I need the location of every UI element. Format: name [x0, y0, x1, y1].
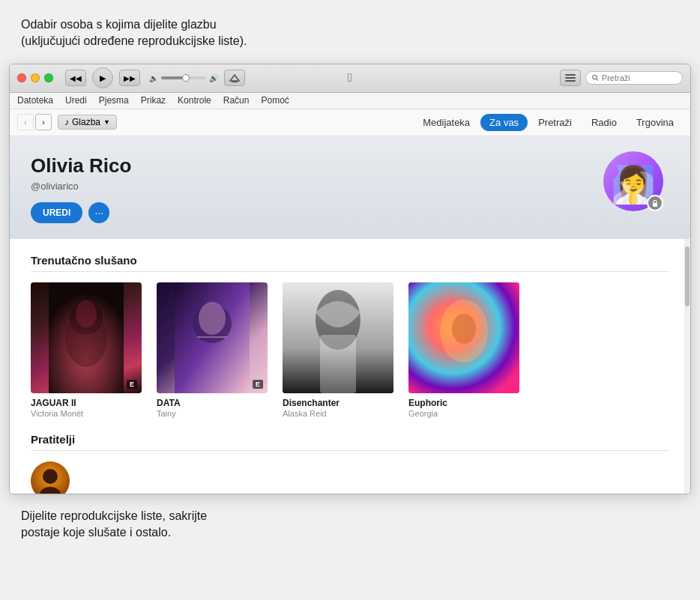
rewind-button[interactable]: ◀◀: [65, 70, 86, 86]
data-art: [175, 282, 250, 393]
nav-tabs: Medijateka Za vas Pretraži Radio Trgovin…: [414, 114, 683, 131]
album-artist-data: Tainy: [157, 409, 268, 418]
play-button[interactable]: ▶: [92, 67, 113, 88]
fast-forward-button[interactable]: ▶▶: [119, 70, 140, 86]
window-scrollbar[interactable]: [684, 239, 690, 494]
friends-section: Pratitelji: [31, 433, 669, 494]
currently-listening-title: Trenutačno slušano: [31, 254, 669, 272]
edit-button[interactable]: UREDI: [31, 202, 82, 223]
friend-avatar-art: [31, 461, 70, 494]
data-figure: [157, 282, 268, 393]
album-name-euphoric: Euphoric: [408, 398, 519, 408]
profile-handle: @oliviarico: [31, 181, 669, 192]
svg-point-14: [199, 302, 226, 335]
svg-point-9: [65, 310, 107, 367]
svg-point-10: [70, 302, 103, 335]
search-input[interactable]: [602, 73, 676, 82]
album-jaguar-ii[interactable]: E JAGUAR II Victoria Monét: [31, 282, 142, 418]
svg-rect-4: [565, 80, 576, 82]
title-bar-right: [560, 70, 683, 86]
album-euphoric[interactable]: Euphoric Georgia: [408, 282, 519, 418]
list-icon: [565, 73, 576, 82]
apple-logo: : [348, 71, 352, 85]
lock-icon: [651, 199, 659, 207]
friend-item[interactable]: [31, 461, 669, 494]
album-cover-jaguar-ii: E: [31, 282, 142, 393]
music-note-icon: ♪: [64, 117, 69, 127]
nav-arrows: ‹ ›: [17, 114, 52, 130]
friends-title: Pratitelji: [31, 433, 669, 451]
itunes-window: ◀◀ ▶ ▶▶ 🔈 🔊 : [9, 64, 691, 494]
album-name-data: DATA: [157, 398, 268, 408]
menu-datoteka[interactable]: Datoteka: [17, 95, 53, 106]
album-cover-disenchanter: [283, 282, 393, 393]
tab-radio[interactable]: Radio: [582, 114, 626, 131]
chevron-down-icon: ▼: [103, 118, 110, 126]
volume-track[interactable]: [161, 76, 206, 79]
euphoric-art: [408, 282, 519, 393]
album-data[interactable]: E DATA Tainy: [157, 282, 268, 418]
svg-rect-18: [320, 335, 356, 393]
album-cover-data: E: [157, 282, 268, 393]
svg-point-24: [43, 469, 58, 484]
friend-avatar: [31, 461, 70, 494]
svg-rect-8: [49, 282, 124, 393]
media-type-label: Glazba: [72, 117, 100, 127]
maximize-button[interactable]: [44, 73, 53, 82]
jaguar-figure: [31, 282, 142, 393]
svg-point-5: [593, 76, 597, 79]
menu-pomoc[interactable]: Pomoć: [261, 95, 289, 106]
airplay-button[interactable]: [224, 70, 245, 86]
minimize-button[interactable]: [31, 73, 40, 82]
media-type-selector[interactable]: ♪ Glazba ▼: [58, 115, 117, 130]
tab-trgovina[interactable]: Trgovina: [627, 114, 683, 131]
disenchanter-art: [283, 282, 393, 393]
tab-medijateka[interactable]: Medijateka: [414, 114, 479, 131]
svg-marker-0: [230, 75, 239, 81]
svg-rect-1: [232, 81, 238, 82]
menu-pjesma[interactable]: Pjesma: [99, 95, 129, 106]
menu-bar: Datoteka Uredi Pjesma Prikaz Kontrole Ra…: [10, 93, 690, 109]
menu-uredi[interactable]: Uredi: [65, 95, 87, 106]
list-view-button[interactable]: [560, 70, 581, 86]
close-button[interactable]: [17, 73, 26, 82]
svg-point-11: [76, 300, 97, 327]
tooltip-bottom: Dijelite reprodukcijske liste, sakrijte …: [0, 500, 435, 549]
tab-pretrazi[interactable]: Pretraži: [529, 114, 581, 131]
profile-avatar: 🧖‍♀️: [603, 151, 663, 211]
svg-rect-15: [197, 336, 227, 338]
volume-thumb[interactable]: [182, 74, 190, 82]
menu-prikaz[interactable]: Prikaz: [141, 95, 166, 106]
album-disenchanter[interactable]: Disenchanter Alaska Reid: [283, 282, 393, 418]
tab-za-vas[interactable]: Za vas: [480, 114, 528, 131]
menu-kontrole[interactable]: Kontrole: [178, 95, 211, 106]
playback-controls: ◀◀ ▶ ▶▶ 🔈 🔊: [65, 67, 245, 88]
menu-racun[interactable]: Račun: [223, 95, 250, 106]
content-area: Trenutačno slušano: [10, 239, 690, 494]
volume-max-icon: 🔊: [209, 74, 218, 82]
profile-area: Olivia Rico @oliviarico UREDI ··· 🧖‍♀️: [10, 136, 690, 239]
nav-bar: ‹ › ♪ Glazba ▼ Medijateka Za vas Pretraž…: [10, 109, 690, 136]
volume-icon: 🔈: [149, 74, 158, 82]
svg-rect-2: [565, 74, 576, 76]
profile-name: Olivia Rico: [31, 154, 669, 178]
albums-grid: E JAGUAR II Victoria Monét: [31, 282, 669, 418]
nav-back-button[interactable]: ‹: [17, 114, 34, 130]
nav-forward-button[interactable]: ›: [35, 114, 52, 130]
album-artist-disenchanter: Alaska Reid: [283, 409, 393, 418]
tooltip-top: Odabir osoba s kojima dijelite glazbu (u…: [0, 9, 435, 58]
svg-line-6: [597, 79, 598, 81]
album-name-disenchanter: Disenchanter: [283, 398, 393, 408]
scrollbar-thumb[interactable]: [685, 246, 690, 306]
svg-point-22: [452, 314, 476, 344]
more-button[interactable]: ···: [88, 202, 109, 223]
svg-rect-7: [653, 203, 657, 207]
album-artist-jaguar: Victoria Monét: [31, 409, 142, 418]
explicit-badge-data: E: [253, 380, 263, 389]
volume-slider[interactable]: 🔈 🔊: [149, 74, 218, 82]
title-bar: ◀◀ ▶ ▶▶ 🔈 🔊 : [10, 64, 690, 93]
album-cover-euphoric: [408, 282, 519, 393]
profile-buttons: UREDI ···: [31, 202, 669, 223]
album-artist-euphoric: Georgia: [408, 409, 519, 418]
album-name-jaguar: JAGUAR II: [31, 398, 142, 408]
